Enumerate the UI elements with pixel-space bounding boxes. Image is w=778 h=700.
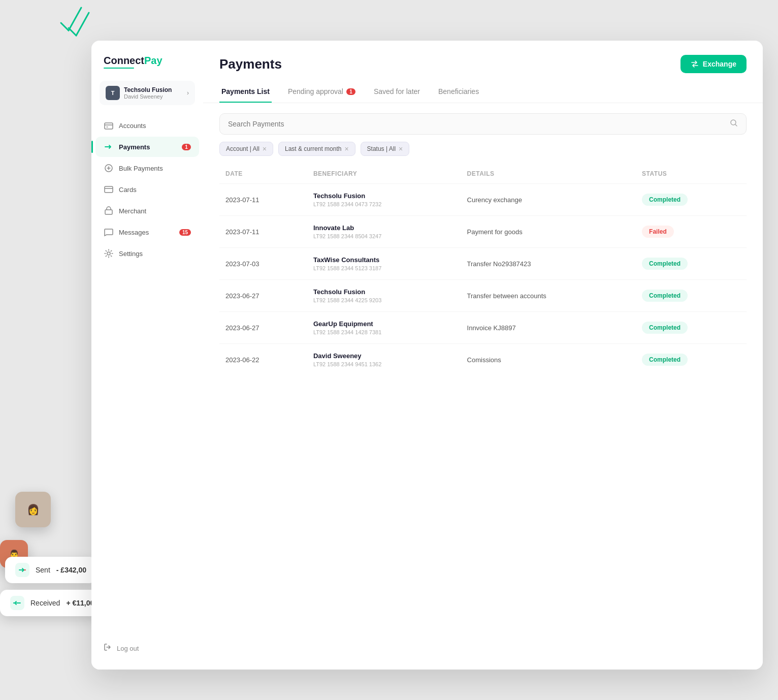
table-body: 2023-07-11 Techsolu Fusion LT92 1588 234… [219, 184, 747, 376]
cell-beneficiary: TaxWise Consultants LT92 1588 2344 5123 … [307, 248, 461, 280]
cell-beneficiary: Innovate Lab LT92 1588 2344 8504 3247 [307, 216, 461, 248]
filter-date-close[interactable]: × [344, 145, 348, 152]
logout-icon [104, 643, 112, 653]
payments-icon [104, 142, 114, 152]
cell-date: 2023-06-22 [219, 344, 307, 376]
filter-chips: Account | All × Last & current month × S… [219, 142, 747, 156]
logo-underline [104, 68, 134, 69]
merchant-icon [104, 206, 114, 216]
status-badge: Completed [642, 258, 688, 270]
cell-beneficiary: GearUp Equipment LT92 1588 2344 1428 738… [307, 312, 461, 344]
svg-rect-4 [105, 123, 113, 129]
cell-status: Completed [636, 312, 747, 344]
sidebar-item-label-bulk: Bulk Payments [119, 165, 163, 172]
received-icon [10, 596, 24, 610]
cell-beneficiary: Techsolu Fusion LT92 1588 2344 0473 7232 [307, 184, 461, 216]
sidebar: ConnectPay T Techsolu Fusion David Sween… [91, 41, 203, 670]
filter-date-range[interactable]: Last & current month × [278, 142, 355, 156]
cell-details: Curency exchange [461, 184, 636, 216]
filter-account-close[interactable]: × [263, 145, 267, 152]
cell-details: Transfer between accounts [461, 280, 636, 312]
cell-details: Comissions [461, 344, 636, 376]
table-row[interactable]: 2023-06-27 GearUp Equipment LT92 1588 23… [219, 312, 747, 344]
settings-icon [104, 248, 114, 259]
status-badge: Completed [642, 194, 688, 206]
tab-payments-list[interactable]: Payments List [219, 81, 272, 103]
cell-details: Transfer No29387423 [461, 248, 636, 280]
messages-badge: 15 [179, 229, 191, 236]
sidebar-item-cards[interactable]: Cards [95, 179, 199, 200]
workspace-name: Techsolu Fusion [124, 86, 187, 93]
payments-table: Date Beneficiary Details Status 2023-07-… [219, 166, 747, 375]
tab-beneficiaries[interactable]: Beneficiaries [436, 81, 481, 103]
search-input[interactable] [228, 120, 730, 128]
exchange-button[interactable]: Exchange [680, 55, 747, 73]
svg-line-1 [61, 23, 69, 30]
received-label: Received [30, 599, 60, 607]
svg-line-0 [69, 8, 81, 30]
search-bar [219, 113, 747, 135]
sidebar-item-label-merchant: Merchant [119, 207, 146, 215]
sidebar-item-payments[interactable]: Payments 1 [95, 137, 199, 157]
status-badge: Completed [642, 354, 688, 366]
received-amount: + €11,00 [66, 599, 94, 607]
logout-button[interactable]: Log out [91, 637, 203, 659]
tabs-bar: Payments List Pending approval 1 Saved f… [203, 81, 763, 103]
filter-status[interactable]: Status | All × [361, 142, 410, 156]
svg-line-2 [76, 13, 89, 36]
cell-status: Completed [636, 248, 747, 280]
col-beneficiary: Beneficiary [307, 166, 461, 184]
workspace-icon: T [106, 86, 120, 100]
cell-beneficiary: Techsolu Fusion LT92 1588 2344 4225 9203 [307, 280, 461, 312]
table-row[interactable]: 2023-07-03 TaxWise Consultants LT92 1588… [219, 248, 747, 280]
content-area: Account | All × Last & current month × S… [203, 103, 763, 670]
search-icon [730, 119, 738, 129]
table-row[interactable]: 2023-06-22 David Sweeney LT92 1588 2344 … [219, 344, 747, 376]
table-row[interactable]: 2023-07-11 Innovate Lab LT92 1588 2344 8… [219, 216, 747, 248]
status-badge: Completed [642, 322, 688, 334]
sidebar-item-messages[interactable]: Messages 15 [95, 222, 199, 242]
pending-approval-badge: 1 [346, 88, 355, 95]
status-badge: Failed [642, 226, 674, 238]
cell-date: 2023-07-11 [219, 184, 307, 216]
svg-line-3 [69, 28, 76, 36]
tab-pending-approval[interactable]: Pending approval 1 [286, 81, 358, 103]
sent-icon [15, 563, 29, 577]
workspace-selector[interactable]: T Techsolu Fusion David Sweeney › [100, 81, 195, 105]
sidebar-item-settings[interactable]: Settings [95, 243, 199, 264]
workspace-chevron-icon: › [187, 89, 189, 97]
sidebar-item-bulk-payments[interactable]: Bulk Payments [95, 158, 199, 178]
filter-status-close[interactable]: × [399, 145, 403, 152]
svg-point-8 [107, 252, 110, 255]
sidebar-item-label-messages: Messages [119, 229, 149, 236]
col-details: Details [461, 166, 636, 184]
workspace-user: David Sweeney [124, 93, 187, 100]
cell-status: Completed [636, 184, 747, 216]
cell-status: Completed [636, 344, 747, 376]
col-date: Date [219, 166, 307, 184]
page-header: Payments Exchange [203, 41, 763, 81]
col-status: Status [636, 166, 747, 184]
sidebar-item-accounts[interactable]: Accounts [95, 115, 199, 136]
filter-account[interactable]: Account | All × [219, 142, 273, 156]
svg-rect-7 [105, 210, 112, 214]
sidebar-item-label-cards: Cards [119, 186, 137, 194]
exchange-icon [691, 60, 699, 68]
logo: ConnectPay [91, 55, 203, 81]
cell-details: Innvoice KJ8897 [461, 312, 636, 344]
sent-amount: - £342,00 [56, 566, 86, 574]
status-badge: Completed [642, 290, 688, 302]
table-row[interactable]: 2023-07-11 Techsolu Fusion LT92 1588 234… [219, 184, 747, 216]
app-window: ConnectPay T Techsolu Fusion David Sween… [91, 41, 763, 670]
sidebar-item-merchant[interactable]: Merchant [95, 201, 199, 221]
table-row[interactable]: 2023-06-27 Techsolu Fusion LT92 1588 234… [219, 280, 747, 312]
accounts-icon [104, 120, 114, 131]
tab-saved-for-later[interactable]: Saved for later [372, 81, 422, 103]
sidebar-item-label-settings: Settings [119, 250, 143, 258]
main-content: Payments Exchange Payments List Pending … [203, 41, 763, 670]
cell-date: 2023-06-27 [219, 280, 307, 312]
sidebar-nav: Accounts Payments 1 [91, 115, 203, 637]
logo-text: ConnectPay [104, 55, 191, 67]
floating-avatar-female: 👩 [15, 492, 51, 527]
decorative-arrows [51, 5, 102, 46]
